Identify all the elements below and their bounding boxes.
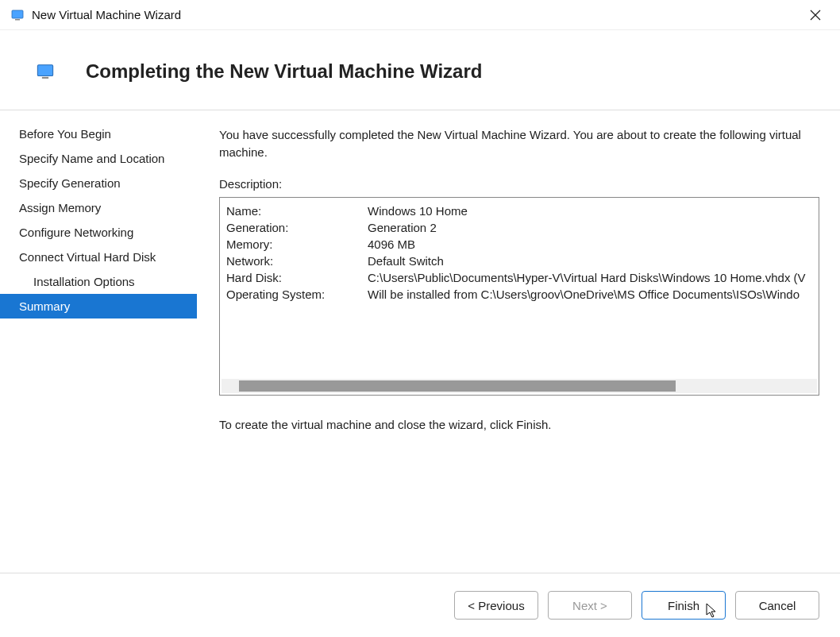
close-button[interactable] (797, 2, 834, 28)
page-title: Completing the New Virtual Machine Wizar… (86, 60, 482, 83)
app-icon (11, 9, 24, 21)
finish-button-label: Finish (668, 599, 699, 612)
description-key: Name: (226, 204, 368, 218)
description-row: Memory:4096 MB (226, 236, 819, 253)
window-title: New Virtual Machine Wizard (32, 8, 181, 21)
description-key: Operating System: (226, 288, 368, 301)
wizard-step-specify-generation[interactable]: Specify Generation (0, 171, 197, 195)
next-button: Next > (548, 591, 632, 620)
svg-rect-1 (15, 19, 20, 21)
description-box: Name:Windows 10 HomeGeneration:Generatio… (219, 197, 819, 396)
description-row: Name:Windows 10 Home (226, 203, 819, 219)
finish-button[interactable]: Finish (642, 591, 726, 620)
description-value: Windows 10 Home (368, 204, 819, 218)
finish-instruction: To create the virtual machine and close … (219, 418, 819, 431)
close-icon (810, 10, 821, 21)
description-key: Generation: (226, 221, 368, 234)
description-value: Default Switch (368, 254, 819, 268)
previous-button[interactable]: < Previous (454, 591, 538, 620)
wizard-step-before-you-begin[interactable]: Before You Begin (0, 122, 197, 146)
description-value: 4096 MB (368, 237, 819, 251)
wizard-footer: < Previous Next > Finish Cancel (0, 573, 840, 637)
description-row: Operating System:Will be installed from … (226, 286, 819, 303)
description-row: Generation:Generation 2 (226, 219, 819, 236)
wizard-main-panel: You have successfully completed the New … (197, 110, 840, 573)
title-bar: New Virtual Machine Wizard (0, 0, 840, 30)
wizard-steps-sidebar: Before You BeginSpecify Name and Locatio… (0, 110, 197, 573)
wizard-step-specify-name-and-location[interactable]: Specify Name and Location (0, 146, 197, 171)
wizard-step-configure-networking[interactable]: Configure Networking (0, 220, 197, 245)
intro-text: You have successfully completed the New … (219, 126, 819, 161)
cancel-button[interactable]: Cancel (735, 591, 819, 620)
horizontal-scrollbar[interactable] (222, 379, 817, 393)
svg-rect-5 (42, 77, 48, 79)
description-value: Will be installed from C:\Users\groov\On… (368, 288, 819, 301)
description-row: Network:Default Switch (226, 253, 819, 269)
description-key: Memory: (226, 237, 368, 251)
description-key: Network: (226, 254, 368, 268)
scrollbar-thumb[interactable] (239, 380, 676, 392)
wizard-step-installation-options[interactable]: Installation Options (0, 269, 197, 294)
svg-rect-0 (12, 10, 23, 18)
wizard-step-summary[interactable]: Summary (0, 294, 197, 318)
svg-rect-4 (37, 65, 52, 76)
description-row: Hard Disk:C:\Users\Public\Documents\Hype… (226, 269, 819, 286)
description-label: Description: (219, 177, 819, 191)
wizard-step-assign-memory[interactable]: Assign Memory (0, 195, 197, 220)
wizard-step-connect-virtual-hard-disk[interactable]: Connect Virtual Hard Disk (0, 245, 197, 269)
mouse-cursor-icon (706, 603, 719, 619)
description-key: Hard Disk: (226, 271, 368, 284)
wizard-header: Completing the New Virtual Machine Wizar… (0, 30, 840, 110)
description-value: Generation 2 (368, 221, 819, 234)
wizard-header-icon (37, 63, 54, 80)
description-value: C:\Users\Public\Documents\Hyper-V\Virtua… (368, 271, 819, 284)
